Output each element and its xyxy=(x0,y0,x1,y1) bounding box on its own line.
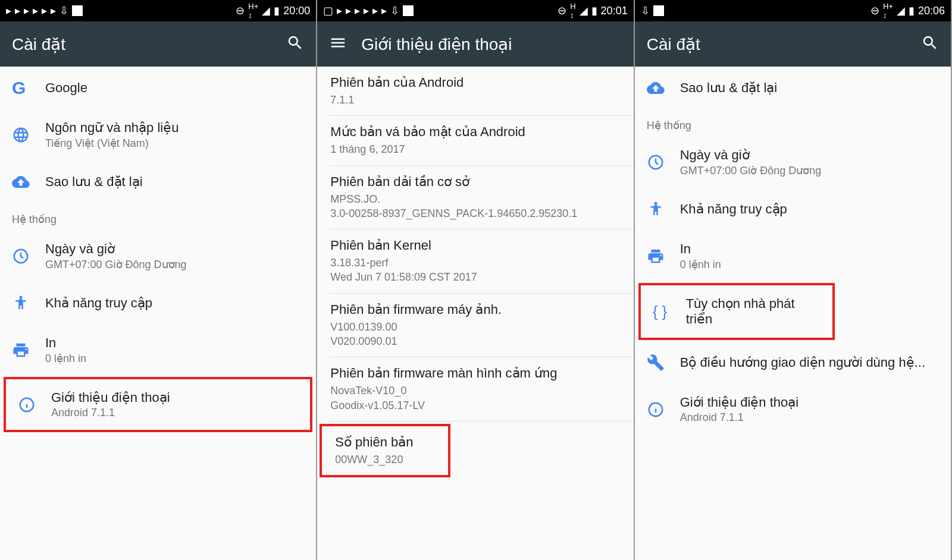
item-sublabel: NovaTek-V10_0 Goodix-v1.05.17-LV xyxy=(330,383,620,413)
youtube-icon: ▸ xyxy=(6,4,11,17)
item-sublabel: 3.18.31-perf Wed Jun 7 01:58:09 CST 2017 xyxy=(330,256,620,285)
about-security-patch[interactable]: Mức bản vá bảo mật của Android 1 tháng 6… xyxy=(317,116,633,165)
settings-list[interactable]: Sao lưu & đặt lại Hệ thống Ngày và giờ G… xyxy=(635,67,951,560)
item-label: Google xyxy=(45,80,304,96)
settings-item-about-phone[interactable]: Giới thiệu điện thoại Android 7.1.1 xyxy=(635,384,951,435)
app-bar: Cài đặt xyxy=(0,21,316,67)
battery-icon: ▮ xyxy=(274,4,280,17)
search-icon[interactable] xyxy=(921,34,939,54)
item-sublabel: GMT+07:00 Giờ Đông Dương xyxy=(45,258,304,271)
settings-item-printing[interactable]: In 0 lệnh in xyxy=(635,231,951,282)
settings-item-accessibility[interactable]: Khả năng truy cập xyxy=(635,188,951,231)
page-title: Cài đặt xyxy=(12,34,272,54)
item-label: Mức bản vá bảo mật của Android xyxy=(330,124,620,140)
item-sublabel: MPSS.JO. 3.0-00258-8937_GENNS_PACK-1.946… xyxy=(330,192,620,221)
app-bar: Cài đặt xyxy=(635,21,951,67)
app-icon xyxy=(403,5,414,16)
youtube-icon: ▸ xyxy=(346,4,351,17)
settings-item-language[interactable]: Ngôn ngữ và nhập liệu Tiếng Việt (Việt N… xyxy=(0,109,316,161)
clock-icon xyxy=(647,153,665,171)
settings-item-ui-tuner[interactable]: Bộ điều hướng giao diện người dùng hệ... xyxy=(635,341,951,384)
item-label: In xyxy=(45,335,304,351)
about-list[interactable]: Phiên bản của Android 7.1.1 Mức bản vá b… xyxy=(317,67,633,560)
svg-point-1 xyxy=(20,296,23,299)
item-sublabel: 7.1.1 xyxy=(330,93,620,107)
network-type-icon: H+↕ xyxy=(883,2,893,20)
signal-icon: ◢ xyxy=(897,4,905,17)
dnd-icon: ⊖ xyxy=(870,4,879,17)
item-label: Phiên bản firmware màn hình cảm ứng xyxy=(330,366,620,381)
item-label: Ngôn ngữ và nhập liệu xyxy=(45,120,304,136)
item-label: Khả năng truy cập xyxy=(45,295,304,311)
download-icon: ⇩ xyxy=(641,4,650,17)
youtube-icon: ▸ xyxy=(33,4,38,17)
about-baseband[interactable]: Phiên bản dải tần cơ sở MPSS.JO. 3.0-002… xyxy=(317,166,633,229)
clock-icon xyxy=(12,247,30,265)
cloud-upload-icon xyxy=(647,79,665,97)
settings-item-developer-options[interactable]: { } Tùy chọn nhà phát triển xyxy=(638,283,835,340)
signal-icon: ◢ xyxy=(580,4,588,17)
about-camera-firmware[interactable]: Phiên bản firmware máy ảnh. V100.0139.00… xyxy=(317,294,633,357)
settings-list[interactable]: G Google Ngôn ngữ và nhập liệu Tiếng Việ… xyxy=(0,67,316,560)
item-sublabel: Android 7.1.1 xyxy=(51,407,298,419)
item-label: Phiên bản dải tần cơ sở xyxy=(330,174,620,190)
youtube-icon: ▸ xyxy=(15,4,20,17)
item-label: Giới thiệu điện thoại xyxy=(680,395,939,410)
youtube-icon: ▸ xyxy=(364,4,369,17)
item-label: In xyxy=(680,241,939,257)
download-icon: ⇩ xyxy=(60,4,68,17)
item-label: Giới thiệu điện thoại xyxy=(51,390,298,405)
settings-item-datetime[interactable]: Ngày và giờ GMT+07:00 Giờ Đông Dương xyxy=(0,231,316,282)
status-right: ⊖ H+↕ ◢ ▮ 20:00 xyxy=(236,2,310,20)
youtube-icon: ▸ xyxy=(337,4,342,17)
status-right: ⊖ H+↕ ◢ ▮ 20:06 xyxy=(870,2,945,20)
youtube-icon: ▸ xyxy=(42,4,47,17)
gallery-icon: ▢ xyxy=(323,4,333,17)
settings-item-datetime[interactable]: Ngày và giờ GMT+07:00 Giờ Đông Dương xyxy=(635,137,951,188)
accessibility-icon xyxy=(12,294,30,312)
status-bar: ▸ ▸ ▸ ▸ ▸ ▸ ⇩ ⊖ H+↕ ◢ ▮ 20:00 xyxy=(0,0,316,21)
youtube-icon: ▸ xyxy=(381,4,387,17)
item-label: Bộ điều hướng giao diện người dùng hệ... xyxy=(680,355,939,370)
settings-item-accessibility[interactable]: Khả năng truy cập xyxy=(0,282,316,325)
app-bar: Giới thiệu điện thoại xyxy=(317,21,633,67)
battery-icon: ▮ xyxy=(909,4,915,17)
about-android-version[interactable]: Phiên bản của Android 7.1.1 xyxy=(317,67,633,115)
divider xyxy=(329,421,633,421)
menu-icon[interactable] xyxy=(329,34,347,54)
status-left: ▸ ▸ ▸ ▸ ▸ ▸ ⇩ xyxy=(6,4,83,17)
cloud-upload-icon xyxy=(12,173,30,191)
download-icon: ⇩ xyxy=(390,4,399,17)
about-touch-firmware[interactable]: Phiên bản firmware màn hình cảm ứng Nova… xyxy=(317,357,633,421)
youtube-icon: ▸ xyxy=(24,4,29,17)
item-label: Phiên bản firmware máy ảnh. xyxy=(330,302,620,317)
item-label: Sao lưu & đặt lại xyxy=(680,80,939,96)
about-kernel[interactable]: Phiên bản Kernel 3.18.31-perf Wed Jun 7 … xyxy=(317,229,633,293)
info-icon xyxy=(647,401,665,419)
search-icon[interactable] xyxy=(286,34,304,54)
item-sublabel: V100.0139.00 V020.0090.01 xyxy=(330,320,620,349)
item-label: Khả năng truy cập xyxy=(680,202,939,217)
item-label: Phiên bản Kernel xyxy=(330,238,620,253)
print-icon xyxy=(647,247,665,265)
item-sublabel: 1 tháng 6, 2017 xyxy=(330,142,620,156)
item-label: Phiên bản của Android xyxy=(330,75,620,90)
status-left: ⇩ xyxy=(641,4,664,17)
about-build-number[interactable]: Số phiên bản 00WW_3_320 xyxy=(320,424,450,477)
clock-text: 20:01 xyxy=(601,5,628,17)
settings-item-google[interactable]: G Google xyxy=(0,67,316,109)
item-label: Tùy chọn nhà phát triển xyxy=(686,296,821,327)
settings-item-printing[interactable]: In 0 lệnh in xyxy=(0,325,316,376)
globe-icon xyxy=(12,126,30,144)
item-sublabel: 0 lệnh in xyxy=(45,352,304,365)
status-right: ⊖ H↕ ◢ ▮ 20:01 xyxy=(558,2,627,20)
settings-item-about-phone[interactable]: Giới thiệu điện thoại Android 7.1.1 xyxy=(4,377,312,432)
clock-text: 20:06 xyxy=(918,5,945,17)
info-icon xyxy=(18,396,36,414)
settings-item-backup[interactable]: Sao lưu & đặt lại xyxy=(635,67,951,109)
print-icon xyxy=(12,341,30,359)
settings-item-backup[interactable]: Sao lưu & đặt lại xyxy=(0,161,316,203)
item-label: Ngày và giờ xyxy=(45,241,304,257)
battery-icon: ▮ xyxy=(591,4,597,17)
google-icon: G xyxy=(12,78,26,98)
